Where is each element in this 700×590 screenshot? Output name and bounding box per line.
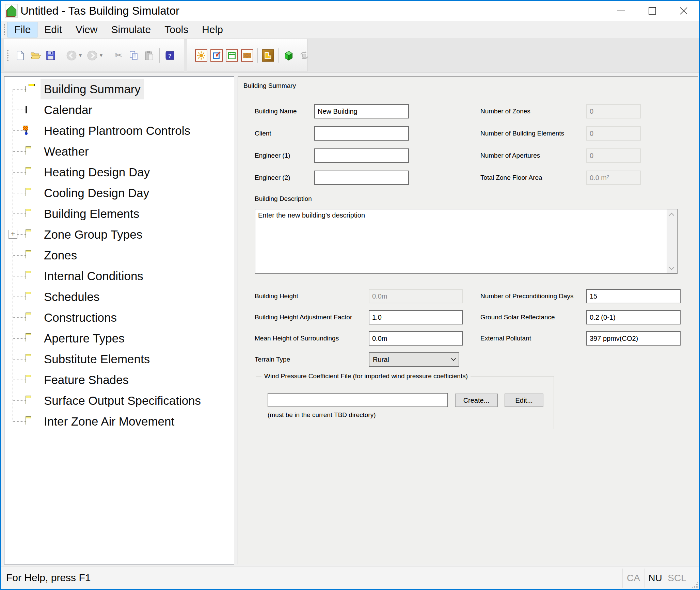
tree-item-label: Zones	[41, 245, 80, 266]
form-title: Building Summary	[243, 82, 296, 90]
building-summary-icon	[26, 86, 26, 92]
scroll-down-icon[interactable]	[669, 265, 674, 270]
open-file-icon[interactable]	[29, 49, 42, 62]
menu-help[interactable]: Help	[195, 22, 230, 37]
menu-grip	[3, 24, 5, 35]
tree-item-internal-conditions[interactable]: Internal Conditions	[4, 266, 234, 286]
tree-item-label: Constructions	[41, 307, 120, 328]
folder-icon	[26, 190, 26, 196]
tree-item-label: Zone Group Types	[41, 224, 146, 245]
tree-item-heating-design-day[interactable]: Heating Design Day	[4, 162, 234, 182]
toolbar-group-model	[187, 39, 307, 71]
tree-item-aperture-types[interactable]: Aperture Types	[4, 328, 234, 349]
3d-view-icon[interactable]	[283, 49, 295, 62]
tree-item-label: Building Elements	[41, 203, 143, 224]
tree-item-heating-plantroom-controls[interactable]: Heating Plantroom Controls	[4, 120, 234, 141]
minimize-button[interactable]	[605, 1, 637, 21]
scroll-lock-indicator: SCL	[666, 569, 688, 588]
wind-pressure-groupbox: Wind Pressure Coefficient File (for impo…	[256, 376, 554, 429]
folder-icon	[26, 293, 26, 300]
toolbar-group-standard: ▾ ▾ ✂ ?	[4, 39, 184, 71]
ground-solar-reflectance-label: Ground Solar Reflectance	[480, 310, 555, 324]
building-height-adjustment-factor-label: Building Height Adjustment Factor	[255, 310, 352, 324]
folder-icon	[26, 252, 26, 258]
tree-item-schedules[interactable]: Schedules	[4, 286, 234, 307]
zones-icon[interactable]	[262, 49, 274, 62]
tree-item-label: Heating Design Day	[41, 162, 153, 182]
scroll-up-icon[interactable]	[669, 213, 674, 218]
total-zone-floor-area-value	[586, 171, 641, 185]
help-icon[interactable]: ?	[164, 49, 176, 62]
building-height-adjustment-factor-input[interactable]	[369, 310, 463, 324]
weather-icon[interactable]	[195, 49, 207, 62]
new-document-icon[interactable]	[14, 49, 26, 62]
menu-edit[interactable]: Edit	[37, 22, 69, 37]
wind-pressure-file-input[interactable]	[268, 393, 448, 407]
client-input[interactable]	[314, 126, 409, 141]
terrain-type-select[interactable]: Rural	[369, 352, 459, 367]
paste-icon[interactable]	[143, 49, 155, 62]
terrain-type-value: Rural	[373, 356, 389, 364]
tree-item-building-summary[interactable]: Building Summary	[4, 79, 234, 99]
tree-item-zone-group-types[interactable]: Zone Group Types	[4, 224, 234, 245]
folder-icon	[26, 210, 26, 217]
back-dropdown-icon[interactable]: ▾	[78, 52, 83, 59]
caps-lock-indicator: CA	[622, 569, 644, 588]
menu-bar: File Edit View Simulate Tools Help	[1, 21, 699, 38]
preconditioning-days-input[interactable]	[586, 289, 681, 303]
save-file-icon[interactable]	[45, 49, 57, 62]
status-message: For Help, press F1	[6, 567, 91, 589]
menu-tools[interactable]: Tools	[158, 22, 195, 37]
mean-height-of-surroundings-input[interactable]	[369, 331, 463, 346]
engineer1-input[interactable]	[314, 148, 409, 163]
number-of-building-elements-label: Number of Building Elements	[480, 126, 564, 141]
menu-view[interactable]: View	[69, 22, 104, 37]
tree-item-constructions[interactable]: Constructions	[4, 307, 234, 328]
tree-item-weather[interactable]: Weather	[4, 141, 234, 162]
resize-grip[interactable]	[691, 581, 698, 588]
folder-icon	[26, 397, 26, 404]
constructions-icon[interactable]	[241, 49, 253, 62]
folder-icon	[26, 314, 26, 321]
svg-text:?: ?	[168, 53, 172, 59]
tree-item-surface-output-specifications[interactable]: Surface Output Specifications	[4, 390, 234, 411]
cut-icon[interactable]: ✂	[112, 49, 125, 62]
building-name-input[interactable]	[314, 104, 409, 118]
internal-conditions-icon[interactable]	[210, 49, 223, 62]
menu-file[interactable]: File	[7, 22, 37, 37]
number-of-building-elements-value	[586, 126, 641, 141]
tree-item-feature-shades[interactable]: Feature Shades	[4, 369, 234, 390]
tree-item-substitute-elements[interactable]: Substitute Elements	[4, 349, 234, 369]
copy-icon[interactable]	[128, 49, 140, 62]
maximize-button[interactable]	[637, 1, 668, 21]
forward-icon[interactable]	[86, 49, 98, 62]
tree-item-inter-zone-air-movement[interactable]: Inter Zone Air Movement	[4, 411, 234, 432]
forward-dropdown-icon[interactable]: ▾	[98, 52, 104, 59]
building-description-textarea[interactable]: Enter the new building's description	[255, 209, 678, 274]
ground-solar-reflectance-input[interactable]	[586, 310, 681, 324]
tree-item-calendar[interactable]: Calendar	[4, 99, 234, 120]
create-button[interactable]: Create...	[455, 394, 498, 407]
number-of-zones-value	[586, 104, 641, 118]
tree-item-zones[interactable]: Zones	[4, 245, 234, 266]
simulate-icon[interactable]	[298, 49, 310, 62]
tree-item-label: Weather	[41, 141, 92, 162]
tree-item-label: Inter Zone Air Movement	[41, 411, 178, 432]
tree-item-building-elements[interactable]: Building Elements	[4, 203, 234, 224]
total-zone-floor-area-label: Total Zone Floor Area	[480, 171, 542, 185]
tree-item-cooling-design-day[interactable]: Cooling Design Day	[4, 182, 234, 203]
plantroom-controls-icon	[26, 127, 27, 134]
tree-item-label: Substitute Elements	[41, 349, 153, 369]
close-button[interactable]	[668, 1, 699, 21]
description-scrollbar[interactable]	[667, 209, 677, 273]
engineer2-input[interactable]	[314, 171, 409, 185]
number-of-zones-label: Number of Zones	[480, 104, 530, 118]
external-pollutant-input[interactable]	[586, 331, 681, 346]
building-height-value	[369, 289, 463, 303]
calendar-icon[interactable]	[226, 49, 238, 62]
back-icon[interactable]	[65, 49, 78, 62]
toolbar-separator	[278, 48, 279, 63]
edit-button[interactable]: Edit...	[505, 394, 543, 407]
tree-expander-zone-group-types[interactable]: +	[9, 230, 17, 239]
menu-simulate[interactable]: Simulate	[105, 22, 158, 37]
